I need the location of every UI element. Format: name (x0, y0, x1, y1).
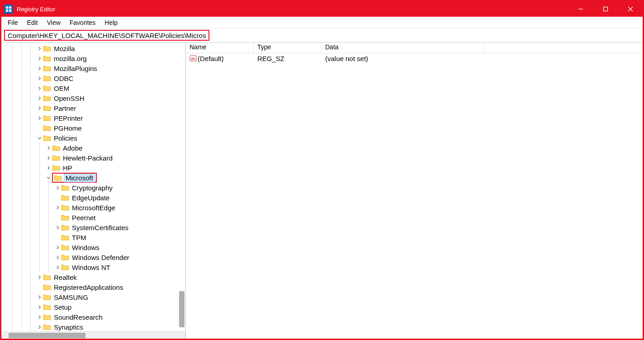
chevron-right-icon[interactable] (36, 303, 43, 311)
folder-icon (43, 45, 51, 52)
window-title: Registry Editor (17, 6, 55, 13)
address-input[interactable] (7, 31, 207, 40)
chevron-right-icon[interactable] (36, 104, 43, 112)
tree-item-windows[interactable]: Windows (54, 242, 185, 252)
chevron-right-icon[interactable] (54, 244, 61, 251)
chevron-right-icon[interactable] (36, 94, 43, 102)
chevron-right-icon[interactable] (36, 313, 43, 321)
chevron-right-icon[interactable] (45, 154, 52, 161)
folder-icon (43, 65, 51, 71)
folder-icon (61, 264, 69, 270)
tree-item-tpm[interactable]: TPM (54, 232, 185, 242)
app-icon (4, 5, 13, 14)
chevron-right-icon[interactable] (54, 224, 61, 231)
chevron-right-icon[interactable] (36, 75, 43, 82)
tree-item-partner[interactable]: Partner (36, 103, 185, 113)
tree-item-soundresearch[interactable]: SoundResearch (36, 312, 185, 322)
tree-item-hewlett-packard[interactable]: Hewlett-Packard (45, 153, 185, 163)
folder-icon (52, 165, 60, 171)
close-button[interactable] (618, 1, 643, 17)
folder-icon (43, 75, 51, 81)
registry-editor-window: Registry Editor File Edit View Favorites… (0, 0, 644, 340)
tree-item-peprinter[interactable]: PEPrinter (36, 113, 185, 123)
no-expander (36, 124, 43, 132)
svg-rect-5 (603, 7, 607, 11)
tree-item-edgeupdate[interactable]: EdgeUpdate (54, 193, 185, 203)
menu-view[interactable]: View (43, 18, 65, 27)
tree-item-policies[interactable]: Policies (36, 133, 185, 143)
tree-item-registeredapplications[interactable]: RegisteredApplications (36, 282, 185, 292)
menu-favorites[interactable]: Favorites (65, 18, 100, 27)
tree-item-windows-nt[interactable]: Windows NT (54, 262, 185, 272)
tree-pane: Mozilla mozilla.org MozillaPlugins ODBC … (1, 42, 186, 339)
folder-icon (43, 115, 51, 121)
menu-file[interactable]: File (3, 18, 23, 27)
maximize-button[interactable] (593, 1, 618, 17)
chevron-right-icon[interactable] (45, 164, 52, 171)
content-area: Mozilla mozilla.org MozillaPlugins ODBC … (1, 42, 643, 339)
chevron-right-icon[interactable] (36, 65, 43, 72)
folder-icon (52, 155, 60, 161)
folder-icon (61, 224, 69, 231)
chevron-right-icon[interactable] (54, 204, 61, 211)
chevron-right-icon[interactable] (36, 274, 43, 281)
folder-icon (61, 234, 69, 241)
chevron-down-icon[interactable] (36, 134, 43, 142)
title-bar[interactable]: Registry Editor (1, 1, 643, 17)
chevron-right-icon[interactable] (54, 264, 61, 271)
chevron-right-icon[interactable] (45, 144, 52, 151)
address-bar-container (1, 28, 643, 42)
vertical-scrollbar-thumb[interactable] (179, 291, 185, 327)
folder-icon (61, 244, 69, 250)
chevron-right-icon[interactable] (54, 184, 61, 191)
tree-item-peernet[interactable]: Peernet (54, 212, 185, 222)
list-body[interactable]: ab (Default) REG_SZ (value not set) (186, 53, 643, 339)
tree-item-microsoft[interactable]: Microsoft (45, 173, 185, 183)
tree-item-microsoftedge[interactable]: MicrosoftEdge (54, 203, 185, 212)
folder-icon (43, 274, 51, 280)
chevron-right-icon[interactable] (36, 85, 43, 92)
tree-item-label-selected: Microsoft (64, 174, 95, 182)
column-header-data[interactable]: Data (322, 42, 484, 53)
tree-view[interactable]: Mozilla mozilla.org MozillaPlugins ODBC … (1, 42, 185, 331)
tree-item-mozilla[interactable]: Mozilla (36, 43, 185, 53)
chevron-right-icon[interactable] (36, 293, 43, 301)
tree-item-windows-defender[interactable]: Windows Defender (54, 252, 185, 262)
folder-icon (43, 105, 51, 111)
list-row[interactable]: ab (Default) REG_SZ (value not set) (186, 53, 643, 63)
menu-edit[interactable]: Edit (23, 18, 43, 27)
tree-item-mozilla-org[interactable]: mozilla.org (36, 53, 185, 63)
tree-item-setup[interactable]: Setup (36, 302, 185, 312)
chevron-right-icon[interactable] (36, 55, 43, 62)
tree-item-samsung[interactable]: SAMSUNG (36, 292, 185, 302)
tree-item-adobe[interactable]: Adobe (45, 143, 185, 153)
tree-item-oem[interactable]: OEM (36, 83, 185, 93)
folder-icon (43, 95, 51, 101)
chevron-right-icon[interactable] (54, 254, 61, 261)
tree-item-cryptography[interactable]: Cryptography (54, 183, 185, 193)
chevron-right-icon[interactable] (36, 114, 43, 122)
tree-item-mozillaplugins[interactable]: MozillaPlugins (36, 63, 185, 73)
folder-icon (43, 304, 51, 310)
tree-item-pghome[interactable]: PGHome (36, 123, 185, 133)
column-header-name[interactable]: Name (186, 42, 254, 53)
chevron-down-icon[interactable] (45, 174, 52, 181)
selection-highlight: Microsoft (52, 173, 97, 183)
tree-item-realtek[interactable]: Realtek (36, 272, 185, 282)
menu-help[interactable]: Help (100, 18, 122, 27)
minimize-button[interactable] (568, 1, 593, 17)
horizontal-scrollbar-thumb[interactable] (9, 333, 85, 338)
chevron-right-icon[interactable] (36, 323, 43, 331)
tree-item-hp[interactable]: HP (45, 163, 185, 173)
svg-text:ab: ab (191, 57, 195, 61)
tree-item-odbc[interactable]: ODBC (36, 73, 185, 83)
folder-icon (43, 324, 51, 330)
column-header-type[interactable]: Type (254, 42, 322, 53)
tree-item-synaptics[interactable]: Synaptics (36, 322, 185, 331)
folder-icon (43, 55, 51, 61)
svg-rect-0 (6, 6, 8, 9)
tree-item-systemcertificates[interactable]: SystemCertificates (54, 222, 185, 232)
chevron-right-icon[interactable] (36, 45, 43, 52)
horizontal-scrollbar[interactable] (1, 331, 185, 339)
tree-item-openssh[interactable]: OpenSSH (36, 93, 185, 103)
